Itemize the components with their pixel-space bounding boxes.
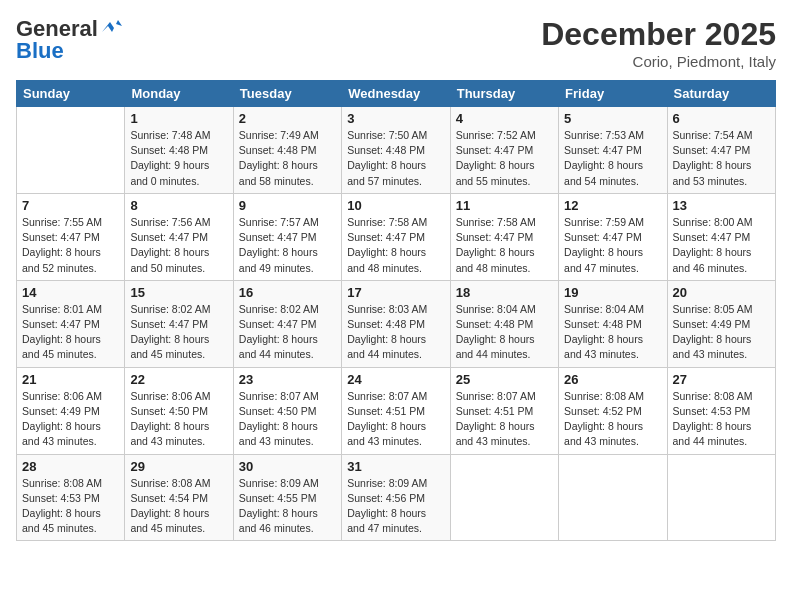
day-number: 20 — [673, 285, 770, 300]
day-info: Sunrise: 8:04 AMSunset: 4:48 PMDaylight:… — [456, 302, 553, 363]
day-info: Sunrise: 7:48 AMSunset: 4:48 PMDaylight:… — [130, 128, 227, 189]
sunset-text: Sunset: 4:50 PM — [130, 404, 227, 419]
calendar-cell: 5Sunrise: 7:53 AMSunset: 4:47 PMDaylight… — [559, 107, 667, 194]
calendar-table: SundayMondayTuesdayWednesdayThursdayFrid… — [16, 80, 776, 541]
calendar-cell: 19Sunrise: 8:04 AMSunset: 4:48 PMDayligh… — [559, 280, 667, 367]
svg-marker-0 — [102, 20, 122, 32]
calendar-cell — [667, 454, 775, 541]
daylight-text: Daylight: 8 hours — [130, 419, 227, 434]
sunset-text: Sunset: 4:50 PM — [239, 404, 336, 419]
day-number: 1 — [130, 111, 227, 126]
day-number: 28 — [22, 459, 119, 474]
sunrise-text: Sunrise: 8:00 AM — [673, 215, 770, 230]
sunrise-text: Sunrise: 8:08 AM — [564, 389, 661, 404]
day-info: Sunrise: 8:08 AMSunset: 4:53 PMDaylight:… — [673, 389, 770, 450]
day-number: 22 — [130, 372, 227, 387]
calendar-week-row: 28Sunrise: 8:08 AMSunset: 4:53 PMDayligh… — [17, 454, 776, 541]
sunrise-text: Sunrise: 7:56 AM — [130, 215, 227, 230]
sunrise-text: Sunrise: 8:09 AM — [347, 476, 444, 491]
daylight-text: Daylight: 8 hours — [239, 158, 336, 173]
calendar-cell — [450, 454, 558, 541]
sunset-text: Sunset: 4:54 PM — [130, 491, 227, 506]
calendar-cell: 2Sunrise: 7:49 AMSunset: 4:48 PMDaylight… — [233, 107, 341, 194]
day-number: 6 — [673, 111, 770, 126]
col-header-thursday: Thursday — [450, 81, 558, 107]
calendar-week-row: 21Sunrise: 8:06 AMSunset: 4:49 PMDayligh… — [17, 367, 776, 454]
calendar-week-row: 7Sunrise: 7:55 AMSunset: 4:47 PMDaylight… — [17, 193, 776, 280]
daylight-text: Daylight: 9 hours — [130, 158, 227, 173]
day-info: Sunrise: 8:07 AMSunset: 4:50 PMDaylight:… — [239, 389, 336, 450]
daylight-text-2: and 45 minutes. — [130, 347, 227, 362]
daylight-text: Daylight: 8 hours — [130, 245, 227, 260]
day-number: 3 — [347, 111, 444, 126]
sunset-text: Sunset: 4:48 PM — [564, 317, 661, 332]
calendar-cell: 7Sunrise: 7:55 AMSunset: 4:47 PMDaylight… — [17, 193, 125, 280]
sunset-text: Sunset: 4:47 PM — [456, 143, 553, 158]
day-info: Sunrise: 7:54 AMSunset: 4:47 PMDaylight:… — [673, 128, 770, 189]
daylight-text: Daylight: 8 hours — [673, 419, 770, 434]
calendar-cell: 21Sunrise: 8:06 AMSunset: 4:49 PMDayligh… — [17, 367, 125, 454]
daylight-text-2: and 43 minutes. — [564, 434, 661, 449]
calendar-cell: 24Sunrise: 8:07 AMSunset: 4:51 PMDayligh… — [342, 367, 450, 454]
day-info: Sunrise: 8:08 AMSunset: 4:52 PMDaylight:… — [564, 389, 661, 450]
day-info: Sunrise: 8:08 AMSunset: 4:53 PMDaylight:… — [22, 476, 119, 537]
sunrise-text: Sunrise: 7:55 AM — [22, 215, 119, 230]
day-info: Sunrise: 8:06 AMSunset: 4:50 PMDaylight:… — [130, 389, 227, 450]
daylight-text-2: and 43 minutes. — [239, 434, 336, 449]
calendar-cell: 27Sunrise: 8:08 AMSunset: 4:53 PMDayligh… — [667, 367, 775, 454]
day-info: Sunrise: 8:08 AMSunset: 4:54 PMDaylight:… — [130, 476, 227, 537]
daylight-text: Daylight: 8 hours — [673, 245, 770, 260]
sunset-text: Sunset: 4:48 PM — [239, 143, 336, 158]
calendar-cell: 9Sunrise: 7:57 AMSunset: 4:47 PMDaylight… — [233, 193, 341, 280]
col-header-sunday: Sunday — [17, 81, 125, 107]
day-number: 23 — [239, 372, 336, 387]
calendar-cell: 4Sunrise: 7:52 AMSunset: 4:47 PMDaylight… — [450, 107, 558, 194]
day-info: Sunrise: 7:53 AMSunset: 4:47 PMDaylight:… — [564, 128, 661, 189]
daylight-text-2: and 46 minutes. — [673, 261, 770, 276]
sunset-text: Sunset: 4:47 PM — [22, 317, 119, 332]
col-header-saturday: Saturday — [667, 81, 775, 107]
sunset-text: Sunset: 4:53 PM — [673, 404, 770, 419]
daylight-text: Daylight: 8 hours — [239, 506, 336, 521]
sunrise-text: Sunrise: 8:06 AM — [22, 389, 119, 404]
day-info: Sunrise: 8:01 AMSunset: 4:47 PMDaylight:… — [22, 302, 119, 363]
day-info: Sunrise: 7:50 AMSunset: 4:48 PMDaylight:… — [347, 128, 444, 189]
day-info: Sunrise: 7:49 AMSunset: 4:48 PMDaylight:… — [239, 128, 336, 189]
daylight-text: Daylight: 8 hours — [347, 332, 444, 347]
daylight-text: Daylight: 8 hours — [22, 332, 119, 347]
sunset-text: Sunset: 4:47 PM — [564, 143, 661, 158]
sunrise-text: Sunrise: 8:06 AM — [130, 389, 227, 404]
col-header-wednesday: Wednesday — [342, 81, 450, 107]
sunrise-text: Sunrise: 8:08 AM — [22, 476, 119, 491]
sunset-text: Sunset: 4:51 PM — [456, 404, 553, 419]
day-number: 2 — [239, 111, 336, 126]
daylight-text: Daylight: 8 hours — [22, 506, 119, 521]
day-info: Sunrise: 8:02 AMSunset: 4:47 PMDaylight:… — [239, 302, 336, 363]
day-number: 8 — [130, 198, 227, 213]
sunrise-text: Sunrise: 8:08 AM — [673, 389, 770, 404]
day-number: 5 — [564, 111, 661, 126]
daylight-text-2: and 45 minutes. — [22, 347, 119, 362]
calendar-cell: 3Sunrise: 7:50 AMSunset: 4:48 PMDaylight… — [342, 107, 450, 194]
daylight-text: Daylight: 8 hours — [456, 332, 553, 347]
daylight-text-2: and 47 minutes. — [347, 521, 444, 536]
daylight-text-2: and 0 minutes. — [130, 174, 227, 189]
daylight-text: Daylight: 8 hours — [130, 332, 227, 347]
day-number: 12 — [564, 198, 661, 213]
day-info: Sunrise: 8:00 AMSunset: 4:47 PMDaylight:… — [673, 215, 770, 276]
calendar-cell: 23Sunrise: 8:07 AMSunset: 4:50 PMDayligh… — [233, 367, 341, 454]
daylight-text: Daylight: 8 hours — [22, 245, 119, 260]
daylight-text-2: and 43 minutes. — [564, 347, 661, 362]
calendar-cell: 11Sunrise: 7:58 AMSunset: 4:47 PMDayligh… — [450, 193, 558, 280]
daylight-text: Daylight: 8 hours — [130, 506, 227, 521]
daylight-text-2: and 55 minutes. — [456, 174, 553, 189]
daylight-text-2: and 54 minutes. — [564, 174, 661, 189]
sunset-text: Sunset: 4:47 PM — [673, 230, 770, 245]
sunset-text: Sunset: 4:56 PM — [347, 491, 444, 506]
day-number: 26 — [564, 372, 661, 387]
day-number: 19 — [564, 285, 661, 300]
day-number: 4 — [456, 111, 553, 126]
day-number: 29 — [130, 459, 227, 474]
day-number: 30 — [239, 459, 336, 474]
daylight-text: Daylight: 8 hours — [239, 332, 336, 347]
